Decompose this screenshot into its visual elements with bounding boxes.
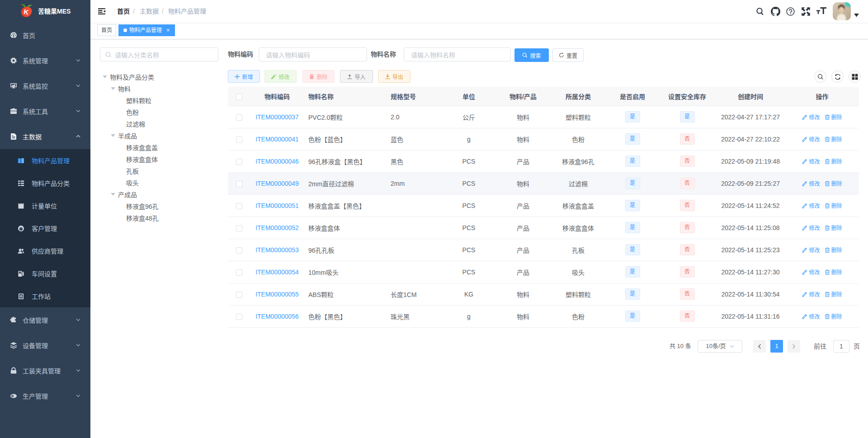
svg-text:24: 24 <box>19 272 21 273</box>
